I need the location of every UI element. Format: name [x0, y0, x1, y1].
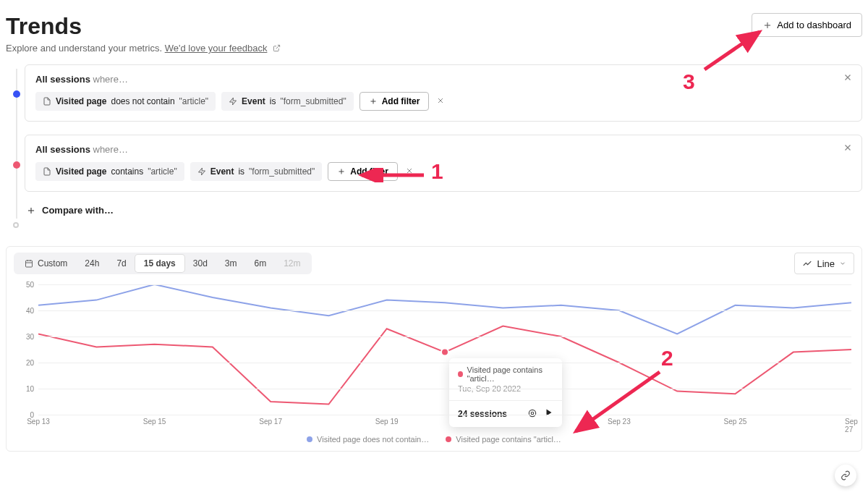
time-range-custom[interactable]: Custom [16, 255, 76, 272]
play-icon[interactable] [545, 408, 553, 420]
svg-rect-19 [26, 261, 33, 267]
chart-tooltip: Visited page contains "articl… Tue, Sep … [449, 358, 562, 427]
series-dot-blue [13, 90, 20, 98]
add-to-dashboard-button[interactable]: Add to dashboard [752, 13, 862, 37]
svg-line-0 [276, 45, 280, 48]
series-card: All sessions where… Visited page contain… [25, 135, 862, 192]
filter-chip-event[interactable]: Event is "form_submitted" [221, 92, 354, 111]
chart-legend: Visited page does not contain… Visited p… [7, 435, 861, 444]
clear-last-filter-button[interactable] [404, 164, 415, 179]
chevron-down-icon [839, 260, 846, 267]
time-range-7d[interactable]: 7d [108, 255, 135, 272]
remove-series-button[interactable] [843, 143, 853, 156]
time-range-30d[interactable]: 30d [184, 255, 216, 272]
add-filter-button[interactable]: Add filter [328, 162, 398, 181]
calendar-icon [25, 259, 33, 268]
series-dot-pink [13, 161, 20, 169]
time-range-3m[interactable]: 3m [216, 255, 246, 272]
page-icon [43, 97, 51, 106]
link-icon [841, 470, 851, 481]
share-link-button[interactable] [835, 465, 856, 486]
page-title: Trends [6, 13, 281, 40]
plus-icon [337, 167, 346, 176]
plus-icon [26, 206, 36, 216]
remove-series-button[interactable] [843, 72, 853, 85]
filter-chip-visited-page[interactable]: Visited page does not contain "article" [35, 92, 216, 111]
target-icon[interactable] [527, 408, 537, 420]
time-range-group: Custom24h7d15 days30d3m6m12m [14, 253, 312, 274]
svg-point-23 [441, 349, 448, 356]
time-range-12m[interactable]: 12m [275, 255, 309, 272]
page-subtitle: Explore and understand your metrics. We'… [6, 43, 281, 54]
external-link-icon [273, 43, 281, 54]
legend-item[interactable]: Visited page does not contain… [307, 435, 429, 444]
filter-chip-event[interactable]: Event is "form_submitted" [190, 162, 323, 181]
compare-with-button[interactable]: Compare with… [26, 205, 862, 216]
time-range-24h[interactable]: 24h [76, 255, 108, 272]
series-label: All sessions where… [35, 144, 851, 155]
legend-item[interactable]: Visited page contains "articl… [446, 435, 561, 444]
time-range-6m[interactable]: 6m [245, 255, 275, 272]
lightning-icon [229, 97, 237, 106]
add-filter-button[interactable]: Add filter [359, 92, 430, 111]
svg-point-25 [531, 412, 534, 415]
time-range-15days[interactable]: 15 days [135, 255, 184, 272]
lightning-icon [197, 167, 206, 176]
series-card: All sessions where… Visited page does no… [25, 64, 862, 122]
chart-plot[interactable]: 01020304050 Sep 13Sep 15Sep 17Sep 19Sep … [17, 284, 851, 429]
chart-type-dropdown[interactable]: Line [794, 253, 854, 274]
page-icon [43, 167, 51, 176]
filter-chip-visited-page[interactable]: Visited page contains "article" [35, 162, 184, 181]
feedback-link[interactable]: We'd love your feedback [165, 43, 268, 54]
svg-marker-12 [198, 168, 205, 175]
line-chart-icon [802, 258, 812, 268]
clear-last-filter-button[interactable] [435, 93, 446, 109]
series-dot-add [13, 222, 19, 228]
series-label: All sessions where… [35, 74, 851, 85]
chart-card: Custom24h7d15 days30d3m6m12m Line 010203… [6, 246, 862, 452]
svg-marker-5 [230, 98, 237, 105]
plus-icon [762, 20, 773, 30]
plus-icon [369, 97, 378, 106]
